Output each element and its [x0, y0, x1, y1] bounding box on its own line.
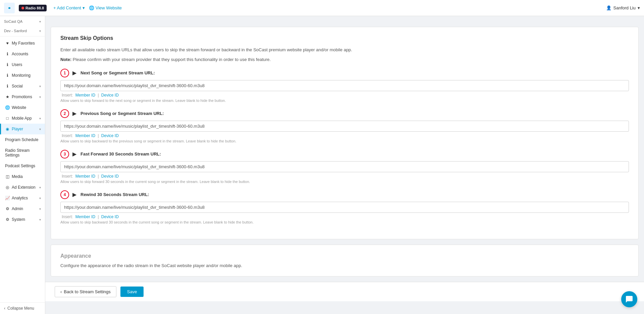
- field-help-3: Allow users to skip forward 30 seconds i…: [60, 180, 629, 184]
- globe-icon: 🌐: [89, 5, 94, 10]
- sidebar-item-ad-extension[interactable]: ◎ Ad Extension ▾: [0, 182, 45, 193]
- heart-icon: ♥: [5, 41, 10, 46]
- insert-link-2: Insert: Member ID | Device ID: [60, 133, 629, 138]
- station-name: Radio 88.8: [25, 6, 44, 10]
- url-field-group-1: 1 ▶ Next Song or Segment Stream URL: Ins…: [60, 69, 629, 103]
- chevron-down-icon: ▾: [39, 127, 41, 131]
- url-label-row-1: 1 ▶ Next Song or Segment Stream URL:: [60, 69, 629, 77]
- sidebar-item-program-schedule[interactable]: Program Schedule: [0, 134, 45, 145]
- member-id-link-4[interactable]: Member ID: [75, 214, 95, 219]
- sidebar-item-my-favorites[interactable]: ♥ My Favorites: [0, 38, 45, 49]
- member-id-link-1[interactable]: Member ID: [75, 93, 95, 98]
- note-label: Note:: [60, 57, 71, 62]
- number-badge-1: 1: [60, 69, 69, 77]
- sidebar-item-users[interactable]: ℹ Users: [0, 59, 45, 70]
- main-content: Stream Skip Options Enter all available …: [45, 16, 644, 314]
- sidebar-item-mobile-app[interactable]: □ Mobile App ▾: [0, 113, 45, 124]
- env-selector[interactable]: Dev - Sanford ▾: [0, 25, 45, 35]
- chat-button[interactable]: [621, 291, 637, 307]
- arrow-icon-4: ▶: [72, 191, 76, 198]
- org-selector[interactable]: SoCast QA ▾: [0, 16, 45, 25]
- view-website-button[interactable]: 🌐 View Website: [89, 5, 122, 10]
- social-icon: ℹ: [5, 84, 10, 88]
- chevron-down-icon: ▾: [638, 5, 640, 10]
- analytics-icon: 📈: [5, 196, 10, 200]
- field-help-4: Allow users to skip backward 30 seconds …: [60, 220, 629, 224]
- url-field-group-3: 3 ▶ Fast Forward 30 Seconds Stream URL: …: [60, 150, 629, 184]
- chevron-down-icon: ▾: [39, 29, 41, 33]
- info-icon: ℹ: [5, 73, 10, 78]
- member-id-link-3[interactable]: Member ID: [75, 174, 95, 179]
- station-badge: Radio 88.8: [19, 5, 47, 11]
- ad-icon: ◎: [5, 185, 10, 190]
- field-help-1: Allow users to skip forward to the next …: [60, 99, 629, 103]
- arrow-icon-1: ▶: [72, 70, 76, 76]
- url-label-3: Fast Forward 30 Seconds Stream URL:: [80, 151, 161, 156]
- field-help-2: Allow users to skip backward to the prev…: [60, 139, 629, 143]
- station-dot: [21, 7, 24, 9]
- url-input-3[interactable]: [60, 161, 629, 172]
- chevron-down-icon: ▾: [39, 84, 41, 88]
- section-note: Note: Please confirm with your stream pr…: [60, 57, 629, 62]
- stream-skip-options-card: Stream Skip Options Enter all available …: [51, 27, 639, 239]
- appearance-desc: Configure the appearance of the radio st…: [60, 263, 629, 268]
- sidebar-item-system[interactable]: ⚙ System ▾: [0, 214, 45, 225]
- device-id-link-4[interactable]: Device ID: [101, 214, 119, 219]
- arrow-icon-2: ▶: [72, 110, 76, 117]
- device-id-link-2[interactable]: Device ID: [101, 133, 119, 138]
- layout: SoCast QA ▾ Dev - Sanford ▾ ♥ My Favorit…: [0, 16, 644, 314]
- globe-icon: 🌐: [5, 105, 10, 110]
- url-label-row-2: 2 ▶ Previous Song or Segment Stream URL:: [60, 109, 629, 118]
- add-content-button[interactable]: + Add Content ▾: [53, 5, 85, 10]
- url-input-2[interactable]: [60, 121, 629, 132]
- user-menu[interactable]: 👤 Sanford Liu ▾: [606, 5, 640, 10]
- url-label-row-4: 4 ▶ Rewind 30 Seconds Stream URL:: [60, 190, 629, 199]
- player-icon: ◉: [5, 127, 10, 131]
- section-description: Enter all available radio stream URLs th…: [60, 47, 629, 54]
- url-field-group-4: 4 ▶ Rewind 30 Seconds Stream URL: Insert…: [60, 190, 629, 224]
- admin-icon: ⚙: [5, 206, 10, 211]
- sidebar-item-player[interactable]: ◉ Player ▾: [0, 124, 45, 134]
- arrow-icon-3: ▶: [72, 151, 76, 157]
- insert-link-4: Insert: Member ID | Device ID: [60, 214, 629, 219]
- sidebar-item-radio-stream-settings[interactable]: Radio Stream Settings: [0, 145, 45, 161]
- save-button[interactable]: Save: [120, 287, 144, 297]
- sidebar-item-analytics[interactable]: 📈 Analytics ▾: [0, 193, 45, 203]
- sidebar-item-accounts[interactable]: ℹ Accounts: [0, 49, 45, 59]
- device-id-link-1[interactable]: Device ID: [101, 93, 119, 98]
- mobile-icon: □: [5, 116, 10, 121]
- member-id-link-2[interactable]: Member ID: [75, 133, 95, 138]
- sidebar-item-admin[interactable]: ⚙ Admin ▾: [0, 203, 45, 214]
- sidebar-item-promotions[interactable]: ★ Promotions ▾: [0, 91, 45, 102]
- collapse-menu-button[interactable]: ‹ Collapse Menu: [0, 302, 45, 314]
- appearance-title: Appearance: [60, 253, 629, 259]
- sidebar-item-podcast-settings[interactable]: Podcast Settings: [0, 161, 45, 171]
- device-id-link-3[interactable]: Device ID: [101, 174, 119, 179]
- chevron-down-icon: ▾: [39, 20, 41, 23]
- url-field-group-2: 2 ▶ Previous Song or Segment Stream URL:…: [60, 109, 629, 143]
- insert-link-1: Insert: Member ID | Device ID: [60, 93, 629, 98]
- url-input-1[interactable]: [60, 80, 629, 91]
- sidebar-item-media[interactable]: ◫ Media: [0, 171, 45, 182]
- url-label-1: Next Song or Segment Stream URL:: [80, 70, 155, 75]
- info-icon: ℹ: [5, 62, 10, 67]
- chevron-down-icon: ▾: [39, 186, 41, 189]
- section-title: Stream Skip Options: [60, 35, 629, 41]
- chevron-down-icon: ▾: [39, 218, 41, 222]
- chevron-down-icon: ▾: [39, 196, 41, 200]
- number-badge-2: 2: [60, 109, 69, 118]
- sidebar-item-monitoring[interactable]: ℹ Monitoring: [0, 70, 45, 81]
- number-badge-4: 4: [60, 190, 69, 199]
- insert-link-3: Insert: Member ID | Device ID: [60, 174, 629, 179]
- sidebar-item-social[interactable]: ℹ Social ▾: [0, 81, 45, 91]
- sidebar: SoCast QA ▾ Dev - Sanford ▾ ♥ My Favorit…: [0, 16, 45, 314]
- collapse-icon: ‹: [4, 306, 5, 311]
- media-icon: ◫: [5, 174, 10, 179]
- back-button[interactable]: ‹ Back to Stream Settings: [55, 286, 116, 297]
- chevron-down-icon: ▾: [39, 207, 41, 211]
- topbar: Radio 88.8 + Add Content ▾ 🌐 View Websit…: [0, 0, 644, 16]
- sidebar-item-website[interactable]: 🌐 Website: [0, 102, 45, 113]
- url-input-4[interactable]: [60, 202, 629, 213]
- url-label-row-3: 3 ▶ Fast Forward 30 Seconds Stream URL:: [60, 150, 629, 159]
- chevron-down-icon: ▾: [39, 95, 41, 99]
